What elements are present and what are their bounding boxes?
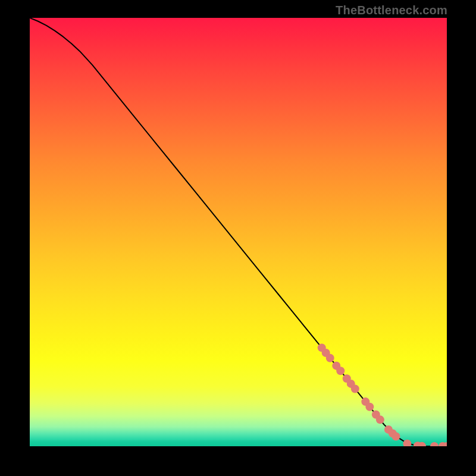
attribution-text: TheBottleneck.com [336, 4, 447, 17]
data-marker [403, 440, 411, 446]
data-marker [376, 415, 384, 424]
plot-area [30, 18, 447, 446]
chart-svg [30, 18, 447, 446]
data-marker [336, 367, 345, 375]
data-marker [351, 385, 359, 393]
data-marker [392, 432, 400, 440]
data-marker [430, 442, 439, 446]
curve-path [30, 18, 447, 446]
data-marker [365, 403, 374, 411]
stage: TheBottleneck.com [0, 0, 476, 476]
data-marker [326, 354, 334, 362]
